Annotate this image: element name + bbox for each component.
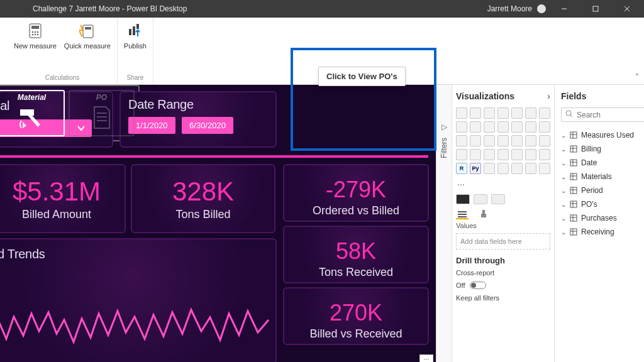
r-visual-icon[interactable]: R — [456, 163, 467, 174]
funnel-icon[interactable] — [539, 121, 550, 133]
nav-label: Material — [18, 93, 46, 102]
fields-table-row[interactable]: ⌄Measures Used — [561, 128, 644, 142]
nav-po-button[interactable]: PO — [69, 90, 135, 136]
python-visual-icon[interactable]: Py — [470, 163, 481, 174]
stacked-bar-icon[interactable] — [456, 107, 467, 119]
matrix-icon[interactable] — [539, 149, 550, 160]
chevron-down-icon: ⌄ — [561, 146, 566, 153]
date-start-input[interactable]: 1/1/2020 — [128, 117, 175, 134]
visual-options-button[interactable]: ··· — [419, 354, 433, 362]
kpi-value: 328K — [138, 177, 268, 207]
date-range-slicer[interactable]: Date Range 1/1/2020 6/30/2020 — [119, 91, 277, 148]
date-end-input[interactable]: 6/30/2020 — [182, 117, 233, 134]
line-chart-icon[interactable] — [539, 107, 550, 119]
quick-measure-button[interactable]: Quick measure — [64, 21, 111, 50]
fields-table-row[interactable]: ⌄Purchases — [561, 211, 644, 225]
filters-label: Filters — [440, 138, 448, 158]
search-input[interactable] — [577, 111, 644, 119]
kpi-billed-vs-received[interactable]: 270K Billed vs Received — [283, 287, 429, 345]
kpi-icon[interactable] — [497, 149, 509, 160]
multi-card-icon[interactable] — [484, 149, 495, 160]
decomposition-icon[interactable] — [497, 163, 509, 174]
area-chart-icon[interactable] — [456, 121, 467, 133]
collapse-ribbon-button[interactable]: ˄ — [635, 73, 639, 82]
kpi-value: 58K — [291, 238, 421, 265]
scatter-icon[interactable] — [456, 135, 467, 146]
kpi-label: Billed vs Received — [291, 327, 421, 341]
values-field-well[interactable]: Add data fields here — [456, 233, 550, 250]
fields-table-row[interactable]: ⌄Date — [561, 156, 644, 170]
fields-table-row[interactable]: ⌄Materials — [561, 170, 644, 184]
cross-report-toggle[interactable] — [470, 282, 486, 289]
fields-table-row[interactable]: ⌄Receiving — [561, 225, 644, 239]
key-influencers-icon[interactable] — [484, 163, 495, 174]
viz-tab-format[interactable] — [474, 194, 487, 204]
nav-material-button[interactable]: Material — [0, 90, 65, 136]
table-icon — [570, 228, 577, 236]
report-canvas[interactable]: ial Date Range 1/1/2020 6/30/2020 $5.31M… — [0, 85, 436, 362]
toggle-state: Off — [456, 282, 465, 289]
line-clustered-icon[interactable] — [497, 121, 509, 133]
kpi-tons-billed[interactable]: 328K Tons Billed — [131, 164, 275, 233]
stacked-area-icon[interactable] — [470, 121, 481, 133]
gauge-icon[interactable] — [456, 149, 467, 160]
svg-rect-36 — [570, 173, 577, 180]
filters-pane-collapsed[interactable]: ▷ Filters — [436, 85, 452, 362]
close-button[interactable] — [614, 0, 640, 18]
trend-chart[interactable]: d Trends — [0, 238, 277, 362]
waterfall-icon[interactable] — [525, 121, 536, 133]
collapse-pane-button[interactable]: › — [547, 91, 550, 101]
publish-button[interactable]: Publish — [124, 21, 147, 50]
user-avatar-icon[interactable] — [537, 4, 546, 13]
paginated-icon[interactable] — [525, 163, 536, 174]
new-measure-button[interactable]: New measure — [14, 21, 57, 50]
fields-table-row[interactable]: ⌄Period — [561, 184, 644, 197]
table-icon — [570, 159, 577, 167]
fields-search[interactable] — [561, 107, 644, 122]
stacked-column-icon[interactable] — [470, 107, 481, 119]
format-subtab[interactable] — [477, 209, 490, 219]
arcgis-icon[interactable] — [539, 163, 550, 174]
visual-type-picker[interactable]: R Py — [456, 107, 550, 174]
table-icon — [570, 173, 577, 180]
pie-icon[interactable] — [470, 135, 481, 146]
clustered-column-icon[interactable] — [497, 107, 509, 119]
ribbon-group-label: Calculations — [45, 74, 79, 83]
fields-pane: Fields › ⌄Measures Used⌄Billing⌄Date⌄Mat… — [555, 85, 644, 362]
chevron-down-icon: ⌄ — [561, 173, 566, 180]
maximize-button[interactable] — [582, 0, 609, 18]
minimize-button[interactable] — [551, 0, 577, 18]
kpi-billed-amount[interactable]: $5.31M Billed Amount — [0, 164, 126, 233]
line-column-icon[interactable] — [484, 121, 495, 133]
map-icon[interactable] — [511, 135, 523, 146]
page-nav-visual[interactable]: Material PO — [0, 85, 140, 141]
svg-rect-42 — [570, 201, 577, 207]
viz-tab-fields[interactable] — [456, 194, 470, 204]
card-icon[interactable] — [470, 149, 481, 160]
filled-map-icon[interactable] — [525, 135, 536, 146]
kpi-label: Billed Amount — [0, 208, 118, 221]
donut-icon[interactable] — [484, 135, 495, 146]
nav-label: PO — [96, 93, 107, 102]
fields-table-row[interactable]: ⌄PO's — [561, 197, 644, 211]
hundred-column-icon[interactable] — [525, 107, 536, 119]
values-section-label: Values — [456, 222, 550, 229]
table-icon[interactable] — [525, 149, 536, 160]
clustered-bar-icon[interactable] — [484, 107, 495, 119]
shape-map-icon[interactable] — [539, 135, 550, 146]
more-visuals-button[interactable]: ··· — [456, 178, 550, 193]
slicer-icon[interactable] — [511, 149, 523, 160]
kpi-ordered-vs-billed[interactable]: -279K Ordered vs Billed — [283, 164, 429, 222]
fields-table-row[interactable]: ⌄Billing — [561, 142, 644, 156]
ribbon-chart-icon[interactable] — [511, 121, 523, 133]
hundred-bar-icon[interactable] — [511, 107, 523, 119]
main: ial Date Range 1/1/2020 6/30/2020 $5.31M… — [0, 85, 644, 362]
svg-rect-21 — [458, 211, 467, 212]
viz-tab-analytics[interactable] — [491, 194, 505, 204]
qa-icon[interactable] — [511, 163, 523, 174]
treemap-icon[interactable] — [497, 135, 509, 146]
kpi-tons-received[interactable]: 58K Tons Received — [283, 226, 429, 283]
keep-filters-label: Keep all filters — [456, 294, 550, 302]
fields-subtab[interactable] — [456, 209, 469, 219]
svg-rect-27 — [570, 132, 577, 138]
